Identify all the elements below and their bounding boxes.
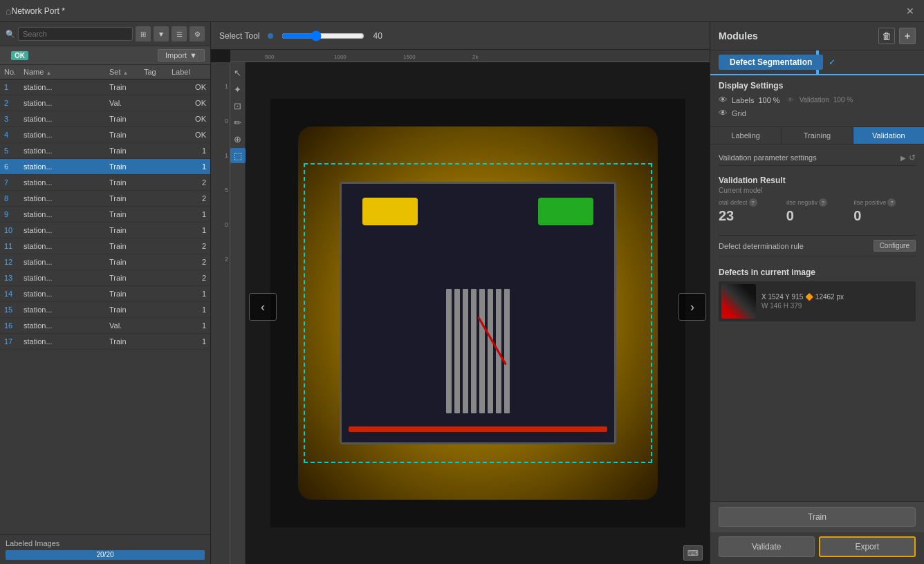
param-reset-icon[interactable]: ↺	[909, 153, 916, 162]
table-row[interactable]: 9 station... Train 1	[0, 207, 210, 223]
row-label: 1	[172, 337, 206, 346]
validation-label: Validation	[800, 96, 829, 104]
table-row[interactable]: 16 station... Val. 1	[0, 318, 210, 334]
validation-pct: 100 %	[833, 96, 853, 104]
labels-label: Labels	[732, 96, 754, 104]
left-panel: 🔍 ⊞ ▼ ☰ ⚙ OK Import ▼ No. Name ▲	[0, 22, 211, 564]
import-bar: OK Import ▼	[0, 46, 210, 65]
table-row[interactable]: 8 station... Train 2	[0, 191, 210, 207]
total-defect-col: otal defect ? 23	[719, 198, 781, 224]
table-row[interactable]: 2 station... Val. OK	[0, 95, 210, 111]
tab-labeling[interactable]: Labeling	[710, 127, 782, 144]
train-button[interactable]: Train	[719, 507, 916, 527]
row-label: 2	[172, 178, 206, 187]
grid-eye-icon[interactable]: 👁	[719, 108, 728, 118]
export-button[interactable]: Export	[819, 536, 916, 557]
tool-slider[interactable]	[281, 30, 364, 41]
row-no: 14	[4, 290, 24, 298]
next-arrow[interactable]: ›	[678, 293, 706, 321]
defect-seg-button[interactable]: Defect Segmentation	[719, 55, 823, 70]
crop-tool[interactable]: ⊡	[230, 98, 246, 113]
cursor-tool[interactable]: ↖	[230, 65, 246, 80]
row-set: Train	[109, 226, 144, 234]
table-row[interactable]: 4 station... Train OK	[0, 127, 210, 143]
defect-size: W 146 H 379	[761, 302, 844, 310]
bottom-btns: Validate Export	[710, 532, 924, 564]
display-settings: Display Settings 👁 Labels 100 % 👁 Valida…	[710, 75, 924, 127]
defect-rule-row: Defect determination rule Configure	[719, 235, 916, 256]
total-defect-value: 23	[719, 208, 781, 224]
filter-btn[interactable]: ▼	[154, 26, 169, 41]
crosshair-tool[interactable]: ⊕	[230, 131, 246, 147]
add-module-btn[interactable]: +	[899, 28, 916, 44]
defect-rule-section: Defect determination rule Configure	[710, 235, 924, 267]
table-row[interactable]: 10 station... Train 1	[0, 223, 210, 238]
image-view-btn[interactable]: ⊞	[136, 26, 151, 41]
table-row[interactable]: 15 station... Train 1	[0, 302, 210, 318]
row-label: OK	[172, 83, 206, 91]
table-row[interactable]: 6 station... Train 1	[0, 159, 210, 175]
row-set: Train	[109, 290, 144, 298]
port-connector	[340, 182, 616, 444]
result-title: Validation Result	[719, 176, 916, 185]
table-row[interactable]: 17 station... Train 1	[0, 334, 210, 350]
row-label: 2	[172, 258, 206, 266]
tab-validation[interactable]: Validation	[853, 127, 924, 144]
table-row[interactable]: 1 station... Train OK	[0, 79, 210, 95]
row-no: 15	[4, 306, 24, 314]
row-set: Train	[109, 210, 144, 218]
search-input[interactable]	[18, 27, 133, 41]
import-button[interactable]: Import ▼	[158, 49, 205, 62]
false-neg-help-icon: ?	[819, 198, 827, 207]
settings-btn[interactable]: ⚙	[190, 26, 205, 41]
table-row[interactable]: 13 station... Train 2	[0, 270, 210, 286]
table-row[interactable]: 11 station... Train 2	[0, 238, 210, 254]
keyboard-btn[interactable]: ⌨	[683, 545, 703, 561]
row-no: 5	[4, 147, 24, 155]
row-no: 2	[4, 99, 24, 107]
labels-row: 👁 Labels 100 % 👁 Validation 100 %	[719, 95, 916, 105]
labels-eye-icon[interactable]: 👁	[719, 95, 728, 105]
magic-tool[interactable]: ✦	[230, 82, 246, 97]
defect-coords: X 1524 Y 915 🔶 12462 px	[761, 293, 844, 301]
prev-arrow[interactable]: ‹	[249, 293, 277, 321]
defect-thumbnail[interactable]	[721, 284, 756, 319]
row-label: 2	[172, 274, 206, 282]
row-name: station...	[24, 162, 109, 171]
row-name: station...	[24, 226, 109, 234]
table-row[interactable]: 3 station... Train OK	[0, 111, 210, 127]
configure-button[interactable]: Configure	[874, 240, 916, 252]
row-set: Train	[109, 131, 144, 139]
param-label: Validation parameter settings	[719, 153, 900, 162]
table-row[interactable]: 12 station... Train 2	[0, 254, 210, 270]
paint-tool[interactable]: ✏	[230, 115, 246, 130]
row-name: station...	[24, 258, 109, 266]
table-row[interactable]: 14 station... Train 1	[0, 286, 210, 302]
defect-rule-label: Defect determination rule	[719, 242, 869, 250]
red-strip	[349, 426, 607, 432]
validation-section: Validation parameter settings ▶ ↺	[710, 144, 924, 176]
action-bottom: Train Validate Export	[710, 501, 924, 564]
row-name: station...	[24, 274, 109, 282]
tab-training[interactable]: Training	[782, 127, 853, 144]
table-header: No. Name ▲ Set ▲ Tag Label	[0, 65, 210, 79]
defects-title: Defects in current image	[719, 267, 916, 277]
row-label: 1	[172, 226, 206, 234]
false-neg-col: ılse negativ ? 0	[786, 198, 849, 224]
total-help-icon: ?	[749, 198, 757, 207]
select-rect-tool[interactable]: ⬚	[230, 148, 246, 163]
validate-button[interactable]: Validate	[719, 536, 815, 557]
list-view-btn[interactable]: ☰	[172, 26, 187, 41]
close-button[interactable]: ✕	[902, 3, 918, 19]
progress-bar: 20/20	[6, 550, 205, 560]
row-no: 6	[4, 162, 24, 171]
left-toolbar: ↖ ✦ ⊡ ✏ ⊕ ⬚	[230, 62, 246, 564]
row-name: station...	[24, 115, 109, 123]
home-icon[interactable]: ⌂	[6, 6, 11, 17]
row-no: 3	[4, 115, 24, 123]
table-row[interactable]: 7 station... Train 2	[0, 175, 210, 191]
ruler-top: 500 1000 1500 2k	[230, 50, 710, 62]
delete-module-btn[interactable]: 🗑	[878, 28, 895, 44]
table-row[interactable]: 5 station... Train 1	[0, 143, 210, 159]
grid-row: 👁 Grid	[719, 108, 916, 118]
